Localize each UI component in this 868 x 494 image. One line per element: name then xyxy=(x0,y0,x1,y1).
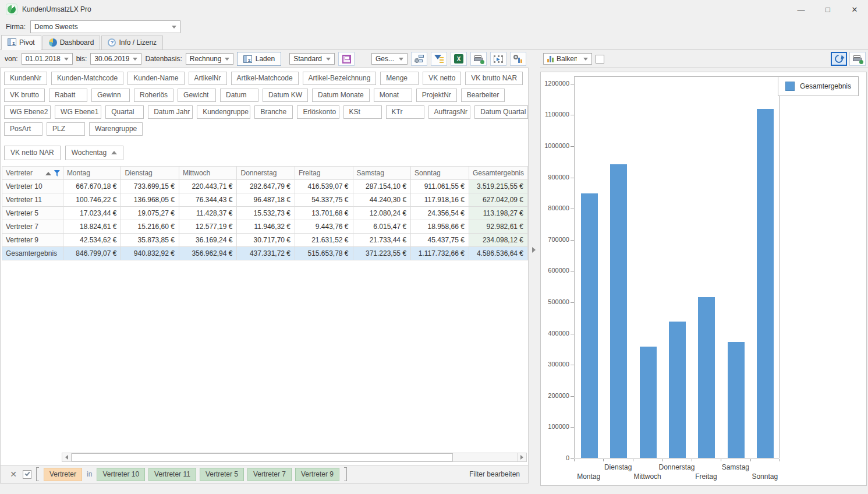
tab-info-lizenz[interactable]: Info / Lizenz xyxy=(101,36,163,50)
pivot-field-auftragsnr[interactable]: AuftragsNr xyxy=(428,105,471,119)
pivot-field-gewinn[interactable]: Gewinn xyxy=(91,89,130,102)
chart-bar-freitag xyxy=(698,297,715,458)
print-preview-button[interactable] xyxy=(470,52,487,66)
pivot-field-warengruppe[interactable]: Warengruppe xyxy=(89,122,143,136)
scrollbar-thumb[interactable] xyxy=(72,453,453,461)
pivot-field-erl-skonto[interactable]: Erlöskonto xyxy=(297,105,339,119)
pivot-field-artikel-matchcode[interactable]: Artikel-Matchcode xyxy=(231,72,299,85)
tab-pivot[interactable]: Pivot xyxy=(1,35,41,50)
pivot-field-kst[interactable]: KSt xyxy=(343,105,382,119)
pivot-field-kunden-matchcode[interactable]: Kunden-Matchcode xyxy=(51,72,123,85)
filter-button[interactable] xyxy=(431,52,447,66)
filter-value-chip-vertreter-7[interactable]: Vertreter 7 xyxy=(247,468,292,481)
cell: 3.519.215,55 € xyxy=(469,180,527,193)
pivot-field-vk-netto[interactable]: VK netto xyxy=(423,72,461,85)
filter-edit-link[interactable]: Filter bearbeiten xyxy=(469,470,520,478)
pivot-field-projektnr[interactable]: ProjektNr xyxy=(416,89,457,102)
column-header-samstag[interactable]: Samstag xyxy=(353,167,411,180)
x-axis-label-mittwoch: Mittwoch xyxy=(621,472,674,481)
column-header-freitag[interactable]: Freitag xyxy=(295,167,353,180)
filter-close-icon[interactable]: ✕ xyxy=(9,470,18,479)
column-header-donnerstag[interactable]: Donnerstag xyxy=(237,167,295,180)
pivot-field-datum-monate[interactable]: Datum Monate xyxy=(312,89,370,102)
minimize-button[interactable]: — xyxy=(788,0,814,19)
row-area-header[interactable]: Vertreter xyxy=(2,167,63,180)
pivot-field-gewicht[interactable]: Gewicht xyxy=(178,89,216,102)
field-chooser-button[interactable] xyxy=(411,52,427,66)
pivot-field-datum[interactable]: Datum xyxy=(220,89,258,102)
firma-select[interactable]: Demo Sweets xyxy=(30,20,180,33)
pivot-field-branche[interactable]: Branche xyxy=(254,105,293,119)
chart-option-checkbox[interactable] xyxy=(596,55,604,63)
chart-search-button[interactable] xyxy=(510,52,526,66)
filter-enabled-checkbox[interactable] xyxy=(23,470,31,479)
cell: 76.344,43 € xyxy=(179,193,237,207)
column-header-mittwoch[interactable]: Mittwoch xyxy=(179,167,237,180)
y-tick-mark xyxy=(571,146,574,147)
pivot-field-datum-jahr[interactable]: Datum Jahr xyxy=(148,105,193,119)
pivot-field-kunden-name[interactable]: Kunden-Name xyxy=(127,72,184,85)
column-header-sonntag[interactable]: Sonntag xyxy=(411,167,469,180)
filter-value-chip-vertreter-9[interactable]: Vertreter 9 xyxy=(295,468,339,481)
collapse-arrow-icon[interactable] xyxy=(532,247,536,253)
pivot-field-rabatt[interactable]: Rabatt xyxy=(49,89,87,102)
filter-value-chip-vertreter-10[interactable]: Vertreter 10 xyxy=(97,468,145,481)
cell: 21.733,44 € xyxy=(353,234,411,247)
tab-dashboard[interactable]: Dashboard xyxy=(42,36,101,50)
horizontal-scrollbar[interactable] xyxy=(62,453,527,462)
pivot-field-roherl-s[interactable]: Roherlös xyxy=(134,89,173,102)
layout-select[interactable]: Standard xyxy=(289,53,335,65)
pivot-field-datum-quartal[interactable]: Datum Quartal xyxy=(474,105,528,119)
pivot-field-wg-ebene2[interactable]: WG Ebene2 xyxy=(4,105,51,119)
row-label[interactable]: Vertreter 5 xyxy=(2,207,63,220)
ges-select[interactable]: Ges... xyxy=(371,53,408,65)
column-header-gesamtergebnis[interactable]: Gesamtergebnis xyxy=(469,167,527,180)
pivot-field-vk-brutto[interactable]: VK brutto xyxy=(4,89,45,102)
chart-print-button[interactable] xyxy=(849,52,866,66)
column-field-button[interactable]: Wochentag xyxy=(65,146,124,160)
firma-value: Demo Sweets xyxy=(34,23,168,31)
column-header-montag[interactable]: Montag xyxy=(63,167,121,180)
pivot-field-kundennr[interactable]: KundenNr xyxy=(4,72,47,85)
pivot-field-menge[interactable]: Menge xyxy=(380,72,419,85)
panel-splitter[interactable] xyxy=(529,50,540,490)
excel-export-button[interactable] xyxy=(451,52,467,66)
row-label[interactable]: Vertreter 11 xyxy=(2,193,63,207)
save-layout-button[interactable] xyxy=(338,52,355,66)
animation-button[interactable] xyxy=(490,52,506,66)
filter-value-chip-vertreter-11[interactable]: Vertreter 11 xyxy=(148,468,196,481)
chart-type-select[interactable]: Balken xyxy=(543,53,592,65)
scroll-right-icon[interactable] xyxy=(517,453,526,461)
pivot-field-quartal[interactable]: Quartal xyxy=(105,105,144,119)
scroll-left-icon[interactable] xyxy=(62,453,72,461)
pivot-field-artikelnr[interactable]: ArtikelNr xyxy=(189,72,227,85)
bis-date-input[interactable]: 30.06.2019 xyxy=(90,53,141,65)
row-label[interactable]: Vertreter 7 xyxy=(2,220,63,234)
pivot-field-vk-brutto-nar[interactable]: VK brutto NAR xyxy=(465,72,523,85)
row-label[interactable]: Vertreter 9 xyxy=(2,234,63,247)
filter-field-chip[interactable]: Vertreter xyxy=(44,468,82,481)
pivot-field-ktr[interactable]: KTr xyxy=(386,105,424,119)
maximize-button[interactable]: □ xyxy=(814,0,841,19)
laden-button[interactable]: Laden xyxy=(237,52,281,66)
pivot-field-bearbeiter[interactable]: Bearbeiter xyxy=(461,89,505,102)
close-button[interactable]: ✕ xyxy=(841,0,868,19)
von-date-input[interactable]: 01.01.2018 xyxy=(22,53,73,65)
column-header-dienstag[interactable]: Dienstag xyxy=(121,167,179,180)
row-label[interactable]: Vertreter 10 xyxy=(2,180,63,193)
data-field-button[interactable]: VK netto NAR xyxy=(4,146,61,160)
swap-axes-button[interactable] xyxy=(831,52,847,66)
pivot-field-posart[interactable]: PosArt xyxy=(4,122,42,136)
datenbasis-select[interactable]: Rechnung ... xyxy=(186,53,233,65)
chevron-down-icon xyxy=(583,58,588,61)
pivot-field-artikel-bezeichnung[interactable]: Artikel-Bezeichnung xyxy=(303,72,377,85)
pivot-field-monat[interactable]: Monat xyxy=(374,89,412,102)
pivot-field-plz[interactable]: PLZ xyxy=(47,122,85,136)
pivot-field-datum-kw[interactable]: Datum KW xyxy=(263,89,308,102)
filter-funnel-icon[interactable] xyxy=(54,170,60,177)
pivot-field-wg-ebene1[interactable]: WG Ebene1 xyxy=(55,105,101,119)
row-label[interactable]: Gesamtergebnis xyxy=(2,247,63,260)
pivot-field-kundengruppe[interactable]: Kundengruppe xyxy=(197,105,250,119)
chart-plot xyxy=(574,76,780,458)
filter-value-chip-vertreter-5[interactable]: Vertreter 5 xyxy=(200,468,244,481)
